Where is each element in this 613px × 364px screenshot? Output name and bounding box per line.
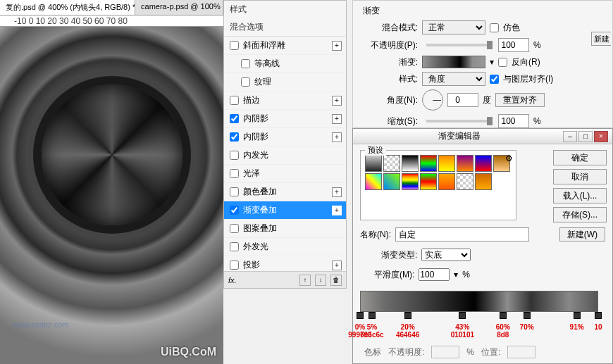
style-bevel[interactable]: 斜面和浮雕+ <box>224 37 346 55</box>
scale-input[interactable] <box>498 114 529 128</box>
color-stop[interactable] <box>524 312 531 319</box>
new-gradient-button[interactable]: 新建(W) <box>559 227 605 241</box>
style-satin[interactable]: 光泽 <box>224 165 346 183</box>
preset-swatch[interactable] <box>365 173 382 190</box>
style-inner-shadow[interactable]: 内阴影+ <box>224 110 346 128</box>
blend-options[interactable]: 混合选项 <box>224 18 346 37</box>
texture-checkbox[interactable] <box>241 77 250 87</box>
add-icon[interactable]: + <box>332 187 342 197</box>
tab-doc2[interactable]: camera-p.psd @ 100% ( <box>135 0 223 15</box>
preset-swatch[interactable] <box>457 155 473 172</box>
style-texture[interactable]: 纹理 <box>224 73 346 92</box>
outerglow-checkbox[interactable] <box>230 242 239 251</box>
gradient-preview[interactable] <box>422 56 485 68</box>
color-stop[interactable] <box>574 312 581 319</box>
gradient-editor-dialog: 渐变编辑器 – □ × 预设 ⚙ <box>352 128 613 364</box>
patternoverlay-checkbox[interactable] <box>230 224 239 233</box>
add-icon[interactable]: + <box>332 114 342 124</box>
gradient-style-select[interactable]: 角度 <box>422 72 485 86</box>
pct-label: % <box>462 270 470 280</box>
color-stop[interactable] <box>404 312 411 319</box>
style-outer-glow[interactable]: 外发光 <box>224 238 346 256</box>
add-icon[interactable]: + <box>332 96 342 106</box>
innerglow-checkbox[interactable] <box>230 151 239 160</box>
add-icon[interactable]: + <box>332 41 342 51</box>
add-icon[interactable]: + <box>332 206 342 215</box>
preset-swatch[interactable] <box>402 173 419 190</box>
tab-doc1[interactable]: 复的.psd @ 400% (内镜头4, RGB/8) * × <box>0 0 135 15</box>
blend-mode-select[interactable]: 正常 <box>422 20 485 34</box>
close-icon[interactable]: × <box>594 131 608 142</box>
scale-slider[interactable] <box>426 120 490 123</box>
color-stop[interactable] <box>459 312 466 319</box>
maximize-icon[interactable]: □ <box>578 131 593 142</box>
add-icon[interactable]: + <box>332 261 342 270</box>
coloroverlay-checkbox[interactable] <box>230 187 239 196</box>
gradient-type-select[interactable]: 实底 <box>421 249 471 261</box>
gradient-dropdown-icon[interactable]: ▾ <box>490 57 494 67</box>
style-color-overlay[interactable]: 颜色叠加+ <box>224 183 346 201</box>
preset-swatch[interactable] <box>438 155 455 172</box>
bevel-checkbox[interactable] <box>230 41 239 50</box>
presets-box: 预设 ⚙ <box>360 150 516 220</box>
smoothness-input[interactable] <box>419 268 450 281</box>
color-stop[interactable] <box>595 312 602 319</box>
gradientoverlay-checkbox[interactable] <box>230 206 239 215</box>
trash-icon[interactable]: 🗑 <box>330 275 342 286</box>
align-layer-checkbox[interactable] <box>490 75 499 84</box>
arrow-up-icon[interactable]: ↑ <box>299 275 311 286</box>
dropshadow-checkbox[interactable] <box>230 261 239 270</box>
opacity-slider[interactable] <box>426 44 490 46</box>
gear-icon[interactable]: ⚙ <box>505 153 513 163</box>
cancel-button[interactable]: 取消 <box>553 169 607 184</box>
preset-swatch[interactable] <box>420 173 437 190</box>
gradient-bar[interactable] <box>360 291 598 312</box>
stroke-checkbox[interactable] <box>230 96 239 105</box>
dialog-titlebar[interactable]: 渐变编辑器 – □ × <box>353 129 612 144</box>
preset-swatch[interactable] <box>383 173 400 190</box>
save-button[interactable]: 存储(S)... <box>553 207 607 222</box>
stop-position-input[interactable] <box>507 346 535 358</box>
style-contour[interactable]: 等高线 <box>224 55 346 73</box>
smooth-dropdown-icon[interactable]: ▾ <box>454 270 458 280</box>
color-stop[interactable] <box>369 312 376 319</box>
ok-button[interactable]: 确定 <box>553 150 607 165</box>
style-inner-shadow-2[interactable]: 内阴影+ <box>224 128 346 146</box>
angle-input[interactable] <box>447 93 478 107</box>
innershadow2-checkbox[interactable] <box>230 132 239 142</box>
arrow-down-icon[interactable]: ↓ <box>315 275 326 286</box>
new-button-cut[interactable]: 新建 <box>591 32 611 46</box>
preset-swatch[interactable] <box>475 173 492 190</box>
satin-checkbox[interactable] <box>230 169 239 178</box>
color-stop[interactable] <box>357 312 364 319</box>
preset-swatch[interactable] <box>475 155 492 172</box>
opacity-input[interactable] <box>498 38 529 52</box>
dither-checkbox[interactable] <box>490 23 499 32</box>
preset-swatch[interactable] <box>402 155 419 172</box>
stop-labels: 0%9997935%6c6c6c20%46464643%01010160%8d8… <box>360 323 598 343</box>
preset-swatch[interactable] <box>383 155 400 172</box>
contour-checkbox[interactable] <box>241 59 250 68</box>
color-stop[interactable] <box>500 312 507 319</box>
preset-swatch[interactable] <box>438 173 455 190</box>
minimize-icon[interactable]: – <box>563 131 577 142</box>
angle-label: 角度(N): <box>360 94 418 106</box>
gradient-section-title: 渐变 <box>360 5 605 17</box>
innershadow-checkbox[interactable] <box>230 114 239 123</box>
stop-opacity-input[interactable] <box>431 346 459 358</box>
angle-wheel[interactable] <box>422 89 443 111</box>
reset-align-button[interactable]: 重置对齐 <box>495 93 545 107</box>
gradient-name-input[interactable] <box>395 227 529 241</box>
reverse-checkbox[interactable] <box>498 58 507 67</box>
stop-markers <box>360 312 598 322</box>
preset-swatch[interactable] <box>365 155 382 172</box>
style-pattern-overlay[interactable]: 图案叠加 <box>224 220 346 238</box>
style-gradient-overlay[interactable]: 渐变叠加+ <box>224 201 346 220</box>
preset-swatch[interactable] <box>457 173 473 190</box>
add-icon[interactable]: + <box>332 132 342 142</box>
preset-swatch[interactable] <box>420 155 437 172</box>
load-button[interactable]: 载入(L)... <box>553 188 607 203</box>
canvas-viewport[interactable]: www.psahz.com UiBQ.CoM <box>0 27 223 364</box>
style-stroke[interactable]: 描边+ <box>224 92 346 110</box>
style-inner-glow[interactable]: 内发光 <box>224 146 346 165</box>
